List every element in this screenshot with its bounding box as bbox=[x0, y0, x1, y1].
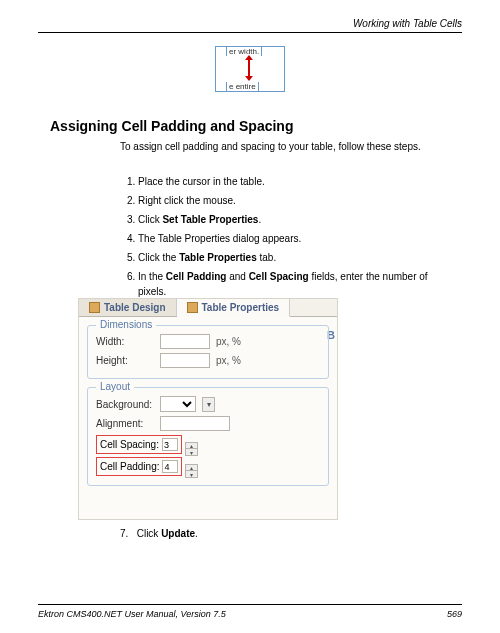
layout-group: Layout Background: ▾ Alignment: Cell Spa… bbox=[87, 387, 329, 486]
cell-spacing-input[interactable] bbox=[162, 438, 178, 451]
cell-padding-highlight: Cell Padding: bbox=[96, 457, 182, 476]
cell-padding-label: Cell Padding: bbox=[100, 461, 159, 472]
tab-label: Table Design bbox=[104, 302, 166, 313]
chevron-down-icon[interactable]: ▾ bbox=[186, 449, 197, 455]
step-item: Click the Table Properties tab. bbox=[138, 250, 440, 265]
tab-bar: Table Design Table Properties bbox=[79, 299, 337, 317]
group-title: Dimensions bbox=[96, 319, 156, 330]
cell-spacing-highlight: Cell Spacing: bbox=[96, 435, 182, 454]
height-input[interactable] bbox=[160, 353, 210, 368]
header-rule bbox=[38, 32, 462, 33]
section-heading: Assigning Cell Padding and Spacing bbox=[50, 118, 293, 134]
cell-spacing-spinner[interactable]: ▴▾ bbox=[185, 442, 198, 456]
footer-rule bbox=[38, 604, 462, 605]
background-select[interactable] bbox=[160, 396, 196, 412]
alignment-input[interactable] bbox=[160, 416, 230, 431]
units-label: px, % bbox=[216, 336, 241, 347]
group-title: Layout bbox=[96, 381, 134, 392]
width-label: Width: bbox=[96, 336, 154, 347]
height-label: Height: bbox=[96, 355, 154, 366]
cell-spacing-label: Cell Spacing: bbox=[100, 439, 159, 450]
tab-label: Table Properties bbox=[202, 302, 280, 313]
table-design-icon bbox=[89, 302, 100, 313]
section-intro: To assign cell padding and spacing to yo… bbox=[120, 140, 440, 154]
dropdown-icon[interactable]: ▾ bbox=[202, 397, 215, 412]
step-7: 7. Click Update. bbox=[120, 528, 198, 539]
header-breadcrumb: Working with Table Cells bbox=[353, 18, 462, 29]
tab-table-design[interactable]: Table Design bbox=[79, 299, 177, 316]
step-item: Right click the mouse. bbox=[138, 193, 440, 208]
units-label: px, % bbox=[216, 355, 241, 366]
vertical-arrow-icon bbox=[248, 59, 250, 77]
background-label: Background: bbox=[96, 399, 154, 410]
alignment-label: Alignment: bbox=[96, 418, 154, 429]
step-item: Click Set Table Properties. bbox=[138, 212, 440, 227]
step-item: Place the cursor in the table. bbox=[138, 174, 440, 189]
footer-manual-title: Ektron CMS400.NET User Manual, Version 7… bbox=[38, 609, 226, 619]
cell-padding-spinner[interactable]: ▴▾ bbox=[185, 464, 198, 478]
steps-list: Place the cursor in the table. Right cli… bbox=[120, 174, 440, 303]
tab-table-properties[interactable]: Table Properties bbox=[177, 299, 291, 317]
dimensions-group: Dimensions Width: px, % Height: px, % bbox=[87, 325, 329, 379]
step-item: The Table Properties dialog appears. bbox=[138, 231, 440, 246]
table-properties-dialog: Table Design Table Properties B Dimensio… bbox=[78, 298, 338, 520]
cell-width-illustration: er width. e entire bbox=[215, 46, 285, 92]
footer-page-number: 569 bbox=[447, 609, 462, 619]
width-input[interactable] bbox=[160, 334, 210, 349]
chevron-down-icon[interactable]: ▾ bbox=[186, 471, 197, 477]
table-properties-icon bbox=[187, 302, 198, 313]
step-item: In the Cell Padding and Cell Spacing fie… bbox=[138, 269, 440, 299]
cell-padding-input[interactable] bbox=[162, 460, 178, 473]
illustration-bottom-label: e entire bbox=[226, 82, 259, 92]
